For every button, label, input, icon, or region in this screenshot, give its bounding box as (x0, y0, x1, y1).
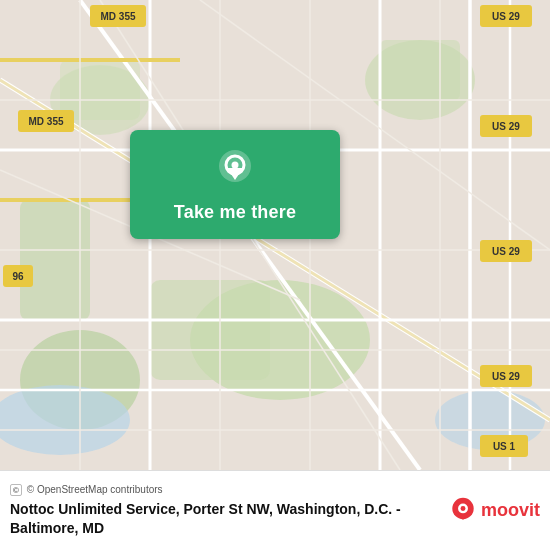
take-me-there-button[interactable]: Take me there (130, 130, 340, 239)
svg-text:US 1: US 1 (493, 441, 516, 452)
moovit-pin-icon (449, 497, 477, 525)
osm-credit: © © OpenStreetMap contributors (10, 484, 439, 496)
svg-text:US 29: US 29 (492, 121, 520, 132)
svg-text:MD 355: MD 355 (28, 116, 63, 127)
svg-point-52 (232, 162, 239, 169)
svg-point-56 (461, 506, 466, 511)
moovit-brand-text: moovit (481, 500, 540, 521)
moovit-logo: moovit (449, 497, 540, 525)
take-me-there-label: Take me there (174, 202, 296, 223)
svg-rect-2 (150, 280, 270, 380)
footer: © © OpenStreetMap contributors Nottoc Un… (0, 470, 550, 550)
location-pin-icon (213, 148, 257, 192)
footer-text: © © OpenStreetMap contributors Nottoc Un… (10, 484, 439, 537)
svg-text:96: 96 (12, 271, 24, 282)
svg-text:US 29: US 29 (492, 246, 520, 257)
svg-text:US 29: US 29 (492, 11, 520, 22)
osm-icon: © (10, 484, 22, 496)
location-title: Nottoc Unlimited Service, Porter St NW, … (10, 500, 439, 536)
map-container: MD 355 MD 355 US 29 US 29 US 29 US 29 US… (0, 0, 550, 470)
svg-rect-6 (380, 40, 460, 100)
svg-text:MD 355: MD 355 (100, 11, 135, 22)
svg-text:US 29: US 29 (492, 371, 520, 382)
